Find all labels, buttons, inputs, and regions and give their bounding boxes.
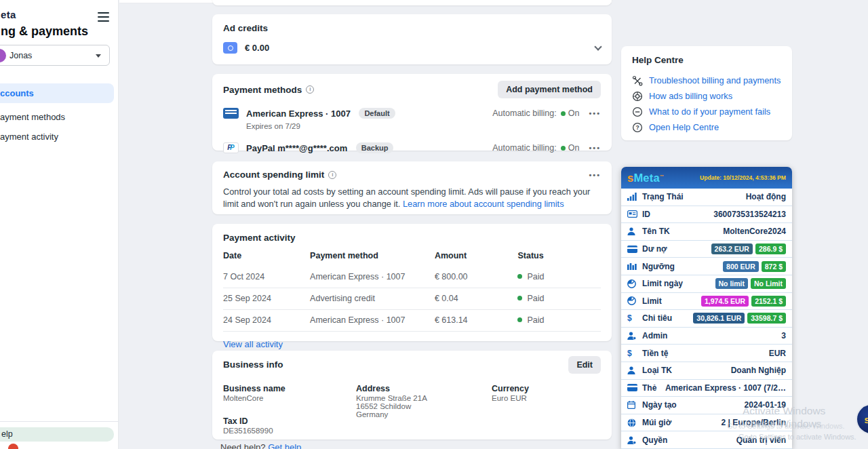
payment-method-row: American Express · 1007 Default Expires …: [212, 98, 612, 130]
billing-status: On: [568, 109, 580, 118]
account-name: Jonas: [9, 51, 32, 60]
eur-badge: 263.2 EUR: [711, 243, 753, 254]
more-options-button[interactable]: •••: [589, 144, 601, 152]
eur-badge: No limit: [715, 278, 749, 289]
info-icon[interactable]: i: [328, 171, 336, 179]
smeta-row-role: QuyềnQuản trị viên: [621, 431, 792, 449]
gauge-icon: [627, 279, 640, 288]
credit-card-icon: [627, 246, 640, 253]
billing-status: On: [568, 143, 580, 153]
smeta-row-card: ThẻAmerican Express · 1007 (7/2…: [621, 380, 792, 397]
cell-method: American Express · 1007: [310, 315, 435, 325]
payment-method-name: American Express · 1007: [246, 109, 351, 119]
user-icon: [627, 227, 640, 235]
usd-badge: 872 $: [762, 261, 786, 272]
view-all-activity-link[interactable]: View all activity: [223, 339, 283, 349]
meta-logo: eta: [1, 9, 16, 20]
globe-icon: [627, 418, 640, 427]
more-options-button[interactable]: •••: [589, 171, 601, 179]
col-date: Date: [223, 251, 310, 260]
add-payment-method-button[interactable]: Add payment method: [498, 81, 601, 98]
avatar: [0, 49, 6, 62]
get-help-link[interactable]: Get help: [268, 442, 301, 449]
cell-status: Paid: [517, 294, 601, 303]
page-title: ng & payments: [1, 24, 88, 39]
eur-badge: 30,826.1 EUR: [693, 313, 745, 324]
cell-method: American Express · 1007: [310, 272, 435, 281]
spending-limit-link[interactable]: Learn more about account spending limits: [403, 199, 564, 209]
currency-value: Euro EUR: [492, 394, 527, 402]
chevron-down-icon[interactable]: [594, 43, 601, 50]
svg-text:?: ?: [635, 124, 639, 131]
smeta-floating-button[interactable]: sM: [856, 404, 868, 435]
help-link-how-billing-works[interactable]: How ads billing works: [632, 88, 781, 104]
cell-date: 25 Sep 2024: [223, 294, 310, 303]
info-icon[interactable]: i: [306, 85, 314, 94]
cell-method: Advertising credit: [310, 294, 435, 303]
user-icon: [627, 366, 640, 374]
payment-activity-card: Payment activity Date Payment method Amo…: [212, 224, 612, 341]
automatic-billing-label: Automatic billing:: [492, 109, 557, 118]
status-text: Paid: [527, 294, 544, 303]
ad-credits-title: Ad credits: [212, 14, 612, 33]
sidebar-item-payment-methods[interactable]: ayment methods: [0, 112, 114, 123]
payment-methods-title: Payment methods: [223, 85, 302, 95]
sidebar-nav: ccounts ayment methods ayment activity: [0, 83, 114, 142]
payment-method-name: PayPal m****@g****.com: [246, 143, 347, 153]
ad-credits-amount: € 0.00: [245, 43, 269, 53]
menu-icon[interactable]: [98, 12, 109, 24]
paid-status-dot: [517, 296, 522, 300]
smeta-row-currency: $ Tiền tệEUR: [621, 345, 792, 362]
paid-status-dot: [517, 317, 522, 322]
bars-icon: [627, 263, 640, 270]
automatic-billing-label: Automatic billing:: [492, 143, 557, 153]
ad-credits-card: Ad credits € 0.00: [212, 14, 612, 64]
currency-label: Currency: [492, 384, 529, 393]
table-row: 24 Sep 2024 American Express · 1007 € 61…: [223, 310, 601, 332]
account-selector[interactable]: Jonas: [0, 45, 110, 66]
usd-badge: 33598.7 $: [747, 313, 786, 324]
sidebar: eta ng & payments Jonas ccounts ayment m…: [0, 0, 119, 449]
smeta-row-id: ID3600735313524213: [621, 206, 792, 224]
smeta-row-threshold: Ngưỡng 800 EUR872 $: [621, 258, 792, 275]
divider: [0, 421, 119, 422]
smeta-row-daily-limit: Limit ngày No limitNo Limit: [621, 275, 792, 293]
help-link-label: How ads billing works: [649, 91, 732, 101]
status-text: Paid: [527, 272, 544, 281]
id-card-icon: [627, 210, 640, 218]
cell-amount: € 613.14: [435, 315, 518, 325]
billing-status-dot: [561, 146, 566, 151]
cell-date: 7 Oct 2024: [223, 272, 310, 281]
help-link-open-help-centre[interactable]: ? Open Help Centre: [632, 119, 781, 135]
edit-button[interactable]: Edit: [568, 356, 601, 374]
payment-activity-title: Payment activity: [223, 233, 601, 243]
payment-methods-card: Payment methods i Add payment method Ame…: [212, 74, 612, 151]
gauge-icon: [627, 296, 640, 305]
calendar-icon: [627, 401, 640, 409]
address-line: Germany: [356, 410, 388, 418]
signal-icon: [627, 193, 640, 201]
extension-red-icon[interactable]: [8, 444, 18, 449]
admin-icon: [627, 332, 640, 340]
billing-status-dot: [561, 111, 566, 116]
help-link-label: Open Help Centre: [649, 122, 719, 132]
sidebar-item-help[interactable]: elp: [0, 427, 114, 442]
more-options-button[interactable]: •••: [589, 109, 601, 117]
eur-badge: 1,974.5 EUR: [701, 296, 749, 307]
minus-circle-icon: [632, 106, 643, 117]
sidebar-item-payment-activity[interactable]: ayment activity: [0, 132, 114, 142]
dollar-icon: $: [627, 349, 640, 358]
col-status: Status: [517, 251, 601, 260]
lifering-icon: [632, 91, 643, 102]
payment-method-detail: Expires on 7/29: [246, 122, 395, 130]
help-link-label: Troubleshoot billing and payments: [649, 75, 781, 85]
help-link-payment-fails[interactable]: What to do if your payment fails: [632, 104, 781, 119]
smeta-row-created-date: Ngày tạo2024-01-19: [621, 397, 792, 414]
paypal-icon: PP: [223, 142, 239, 153]
smeta-row-limit: Limit 1,974.5 EUR2152.1 $: [621, 293, 792, 311]
paid-status-dot: [517, 274, 522, 279]
amex-card-icon: [223, 108, 239, 119]
need-help-footer: Need help? Get help: [220, 442, 301, 449]
sidebar-item-accounts[interactable]: ccounts: [0, 83, 114, 103]
help-link-troubleshoot[interactable]: Troubleshoot billing and payments: [632, 73, 781, 88]
